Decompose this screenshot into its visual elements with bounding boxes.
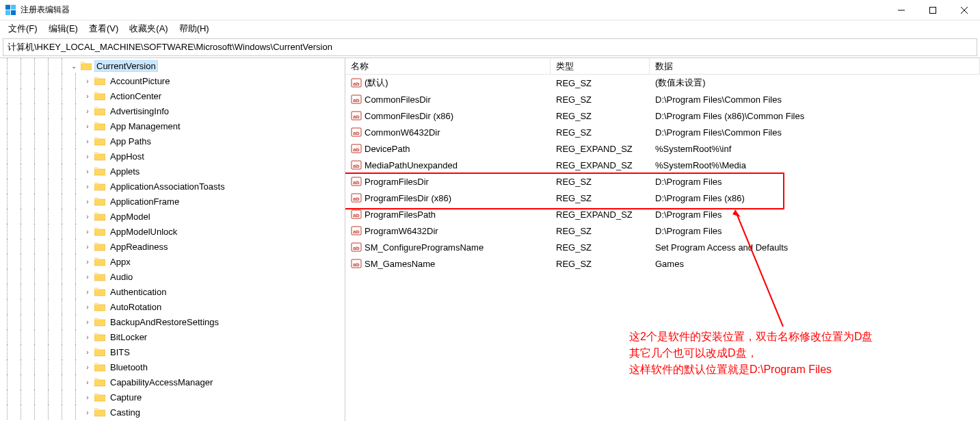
menu-help[interactable]: 帮助(H) — [174, 21, 215, 36]
chevron-right-icon[interactable]: › — [82, 168, 93, 175]
menu-edit[interactable]: 编辑(E) — [43, 21, 83, 36]
tree-node[interactable]: ›Applets — [0, 164, 345, 179]
value-data: D:\Program Files (x86)\Common Files — [650, 111, 980, 121]
chevron-right-icon[interactable]: › — [82, 409, 93, 416]
folder-icon — [94, 121, 105, 131]
list-row[interactable]: abProgramFilesDir (x86)REG_SZD:\Program … — [345, 190, 980, 206]
value-type: REG_SZ — [551, 111, 650, 121]
value-data: D:\Program Files\Common Files — [650, 127, 980, 138]
value-data: D:\Program Files — [650, 226, 980, 236]
chevron-right-icon[interactable]: › — [82, 363, 93, 371]
tree-node[interactable]: ›Appx — [0, 254, 345, 269]
folder-icon — [94, 377, 105, 387]
chevron-right-icon[interactable]: › — [82, 333, 93, 341]
tree-label: Authentication — [108, 287, 168, 297]
value-data: Games — [650, 259, 980, 269]
string-value-icon: ab — [351, 110, 362, 121]
maximize-button[interactable] — [917, 0, 949, 21]
value-data: D:\Program Files — [650, 209, 980, 220]
tree-node-currentversion[interactable]: ⌄CurrentVersion — [0, 58, 345, 73]
chevron-right-icon[interactable]: › — [82, 92, 93, 100]
chevron-right-icon[interactable]: › — [82, 107, 93, 115]
minimize-button[interactable] — [886, 0, 917, 21]
list-row[interactable]: abProgramFilesDirREG_SZD:\Program Files — [345, 173, 980, 190]
menu-view[interactable]: 查看(V) — [83, 21, 124, 36]
list-row[interactable]: abCommonFilesDirREG_SZD:\Program Files\C… — [345, 91, 980, 107]
tree-node[interactable]: ›Bluetooth — [0, 359, 345, 374]
tree-node[interactable]: ›AppReadiness — [0, 239, 345, 254]
list-header: 名称 类型 数据 — [345, 58, 980, 75]
tree-node[interactable]: ›ApplicationAssociationToasts — [0, 179, 345, 194]
value-name: (默认) — [365, 77, 388, 89]
chevron-right-icon[interactable]: › — [82, 213, 93, 220]
chevron-right-icon[interactable]: › — [82, 318, 93, 326]
tree-label: BitLocker — [108, 332, 149, 342]
list-row[interactable]: abSM_ConfigureProgramsNameREG_SZSet Prog… — [345, 239, 980, 255]
svg-rect-0 — [5, 5, 10, 10]
chevron-right-icon[interactable]: › — [82, 198, 93, 205]
tree-node[interactable]: ›BitLocker — [0, 329, 345, 344]
tree-node[interactable]: ›AppHost — [0, 149, 345, 164]
tree-node[interactable]: ›ActionCenter — [0, 88, 345, 103]
list-row[interactable]: abDevicePathREG_EXPAND_SZ%SystemRoot%\in… — [345, 140, 980, 157]
list-row[interactable]: abCommonW6432DirREG_SZD:\Program Files\C… — [345, 124, 980, 140]
menu-file[interactable]: 文件(F) — [3, 21, 43, 36]
chevron-right-icon[interactable]: › — [82, 348, 93, 356]
tree-node[interactable]: ›Casting — [0, 405, 345, 420]
chevron-down-icon[interactable]: ⌄ — [68, 62, 79, 70]
list-row[interactable]: abMediaPathUnexpandedREG_EXPAND_SZ%Syste… — [345, 157, 980, 173]
tree-node[interactable]: ›AutoRotation — [0, 299, 345, 314]
tree-scroll[interactable]: ⌄CurrentVersion›AccountPicture›ActionCen… — [0, 58, 345, 421]
chevron-right-icon[interactable]: › — [82, 138, 93, 145]
chevron-right-icon[interactable]: › — [82, 258, 93, 266]
tree-node[interactable]: ›ApplicationFrame — [0, 194, 345, 209]
chevron-right-icon[interactable]: › — [82, 288, 93, 296]
chevron-right-icon[interactable]: › — [82, 183, 93, 190]
folder-icon — [94, 227, 105, 236]
tree-node[interactable]: ›AppModelUnlock — [0, 224, 345, 239]
tree-node[interactable]: ›AdvertisingInfo — [0, 103, 345, 118]
svg-rect-5 — [930, 7, 936, 13]
column-type[interactable]: 类型 — [551, 58, 650, 74]
chevron-right-icon[interactable]: › — [82, 379, 93, 386]
svg-text:ab: ab — [353, 81, 359, 87]
menubar: 文件(F) 编辑(E) 查看(V) 收藏夹(A) 帮助(H) — [0, 21, 980, 37]
tree-node[interactable]: ›CapabilityAccessManager — [0, 374, 345, 390]
list-row[interactable]: abProgramFilesPathREG_EXPAND_SZD:\Progra… — [345, 206, 980, 222]
tree-label: AppModel — [108, 212, 153, 222]
value-name: ProgramFilesDir — [365, 177, 429, 187]
tree-node[interactable]: ›Capture — [0, 390, 345, 405]
tree-node[interactable]: ›BackupAndRestoreSettings — [0, 314, 345, 329]
list-row[interactable]: abSM_GamesNameREG_SZGames — [345, 255, 980, 272]
tree-node[interactable]: ›BITS — [0, 344, 345, 359]
tree-node[interactable]: ›AppModel — [0, 209, 345, 224]
chevron-right-icon[interactable]: › — [82, 303, 93, 311]
address-bar[interactable]: 计算机\HKEY_LOCAL_MACHINE\SOFTWARE\Microsof… — [3, 38, 977, 56]
chevron-right-icon[interactable]: › — [82, 77, 93, 85]
column-name[interactable]: 名称 — [345, 58, 551, 74]
tree-node[interactable]: ›Audio — [0, 269, 345, 284]
tree-panel: ⌄CurrentVersion›AccountPicture›ActionCen… — [0, 58, 345, 421]
tree-node[interactable]: ›App Paths — [0, 133, 345, 149]
app-icon — [5, 5, 16, 16]
column-data[interactable]: 数据 — [650, 58, 980, 74]
chevron-right-icon[interactable]: › — [82, 228, 93, 235]
chevron-right-icon[interactable]: › — [82, 243, 93, 251]
list-row[interactable]: abProgramW6432DirREG_SZD:\Program Files — [345, 222, 980, 239]
tree-label: ApplicationFrame — [108, 196, 181, 207]
tree-label: AppReadiness — [108, 242, 170, 252]
folder-icon — [94, 272, 105, 281]
menu-favorites[interactable]: 收藏夹(A) — [124, 21, 173, 36]
chevron-right-icon[interactable]: › — [82, 273, 93, 281]
list-row[interactable]: abCommonFilesDir (x86)REG_SZD:\Program F… — [345, 107, 980, 124]
list-row[interactable]: ab(默认)REG_SZ(数值未设置) — [345, 75, 980, 91]
chevron-right-icon[interactable]: › — [82, 153, 93, 160]
tree-node[interactable]: ›App Management — [0, 118, 345, 133]
tree-node[interactable]: ›Authentication — [0, 284, 345, 299]
tree-node[interactable]: ›AccountPicture — [0, 73, 345, 88]
value-type: REG_SZ — [551, 94, 650, 105]
svg-text:ab: ab — [353, 245, 359, 251]
chevron-right-icon[interactable]: › — [82, 394, 93, 401]
close-button[interactable] — [949, 0, 980, 21]
chevron-right-icon[interactable]: › — [82, 123, 93, 130]
